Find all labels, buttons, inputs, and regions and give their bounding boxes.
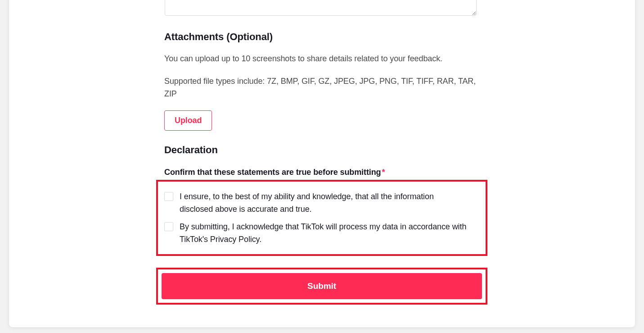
upload-button[interactable]: Upload	[164, 110, 212, 131]
attachments-heading: Attachments (Optional)	[164, 31, 488, 43]
declaration-check-text-2: By submitting, I acknowledge that TikTok…	[180, 221, 468, 246]
declaration-heading: Declaration	[164, 144, 488, 156]
attachments-filetypes: Supported file types include: 7Z, BMP, G…	[164, 75, 479, 100]
form-content: Attachments (Optional) You can upload up…	[164, 0, 488, 305]
attachments-description: You can upload up to 10 screenshots to s…	[164, 53, 479, 65]
declaration-checkbox-2[interactable]	[164, 222, 173, 231]
declaration-highlight-box: I ensure, to the best of my ability and …	[156, 180, 487, 256]
declaration-check-row-1: I ensure, to the best of my ability and …	[162, 191, 481, 216]
confirm-statements-label: Confirm that these statements are true b…	[164, 168, 488, 177]
confirm-label-text: Confirm that these statements are true b…	[164, 168, 381, 177]
submit-button[interactable]: Submit	[162, 273, 482, 299]
declaration-check-row-2: By submitting, I acknowledge that TikTok…	[162, 221, 481, 246]
required-indicator: *	[382, 168, 385, 177]
declaration-checkbox-1[interactable]	[164, 192, 173, 201]
declaration-check-text-1: I ensure, to the best of my ability and …	[180, 191, 468, 216]
form-card: Attachments (Optional) You can upload up…	[9, 0, 635, 327]
feedback-textarea[interactable]	[165, 0, 477, 16]
submit-highlight-box: Submit	[156, 268, 487, 305]
